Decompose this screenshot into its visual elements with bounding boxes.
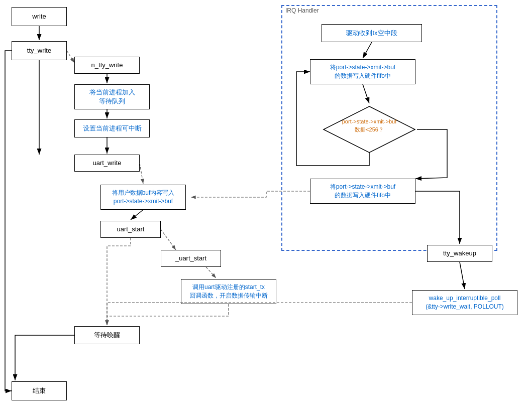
set-interruptible-box: 设置当前进程可中断 [74,119,150,137]
svg-line-13 [161,229,176,250]
svg-line-17 [460,262,465,289]
data-check-diamond: port->state->xmit->buf 数据<256？ [322,104,417,155]
_uart-start-box: _uart_start [161,250,221,267]
svg-text:port->state->xmit->buf: port->state->xmit->buf [342,118,397,124]
start-tx-desc-box: 调用uart驱动注册的start_tx 回调函数，开启数据传输中断 [181,279,276,304]
add-queue-box: 将当前进程加入 等待队列 [74,84,150,109]
svg-line-11 [140,163,143,184]
svg-line-14 [206,267,216,278]
n-tty-write-box: n_tty_write [74,57,140,74]
wait-wakeup-box: 等待唤醒 [74,326,140,344]
copy-buf-box: 将用户数据buf内容写入 port->state->xmit->buf [100,185,186,210]
svg-line-7 [67,51,74,63]
write-fifo1-box: 将port->state->xmit->buf 的数据写入硬件fifo中 [310,59,415,84]
jieshu-box: 结束 [12,381,67,400]
diagram-container: IRQ Handler write tty_write n_tty_write … [0,0,528,420]
wake-up-poll-box: wake_up_interruptible_poll (&tty->write_… [412,290,517,315]
uart-start-box: uart_start [100,221,161,238]
write-fifo2-box: 将port->state->xmit->buf 的数据写入硬件fifo中 [310,179,415,204]
tty-wakeup-box: tty_wakeup [427,245,492,262]
write-box: write [12,7,67,26]
uart-write-box: uart_write [74,155,140,172]
svg-line-12 [131,210,143,220]
irq-handler-label: IRQ Handler [285,7,319,14]
irq-recv-box: 驱动收到tx空中段 [322,24,422,42]
tty-write-box: tty_write [12,41,67,60]
svg-text:数据<256？: 数据<256？ [355,126,384,132]
